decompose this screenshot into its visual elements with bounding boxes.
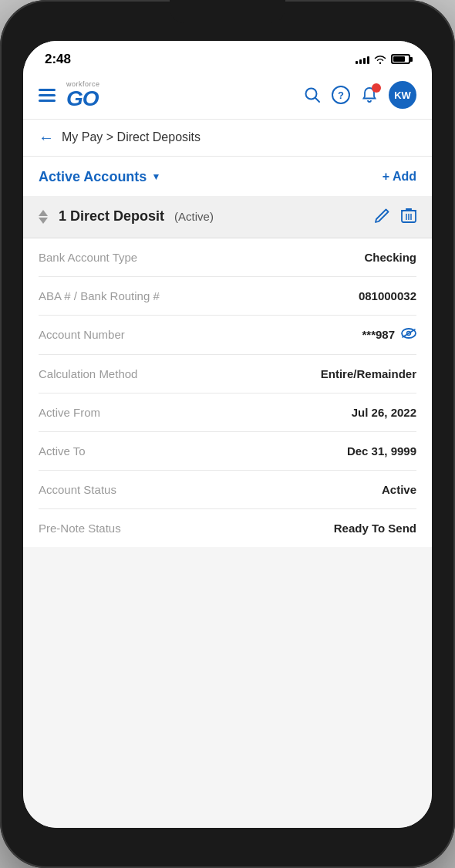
detail-label: Account Status: [39, 483, 116, 496]
app-logo: workforce GO: [66, 81, 100, 110]
content-area: Active Accounts ▼ + Add 1 Direct Deposit: [23, 157, 432, 828]
detail-value: 081000032: [359, 289, 416, 302]
detail-row: Active ToDec 31, 9999: [39, 432, 416, 471]
detail-value: ***987: [362, 328, 416, 342]
sort-down-icon[interactable]: [39, 218, 48, 224]
user-avatar[interactable]: KW: [389, 81, 416, 109]
detail-value-text: Active: [382, 483, 416, 496]
detail-label: Active To: [39, 444, 86, 458]
notch: [170, 0, 285, 23]
active-accounts-label: Active Accounts: [39, 169, 147, 185]
detail-value: Active: [382, 483, 416, 496]
phone-shell: 2:48: [0, 0, 455, 868]
chevron-down-icon: ▼: [151, 171, 160, 182]
phone-screen: 2:48: [23, 41, 432, 828]
top-nav: workforce GO ?: [23, 75, 432, 120]
detail-row: ABA # / Bank Routing #081000032: [39, 277, 416, 316]
sort-up-icon[interactable]: [39, 210, 48, 216]
detail-label: Account Number: [39, 328, 125, 341]
back-button[interactable]: ←: [39, 129, 54, 147]
svg-line-9: [403, 329, 415, 337]
edit-icon: [375, 208, 390, 223]
logo-go-text: GO: [66, 88, 99, 110]
detail-value: Dec 31, 9999: [347, 444, 416, 458]
detail-label: Active From: [39, 406, 100, 419]
detail-row: Account StatusActive: [39, 471, 416, 509]
detail-value-text: Jul 26, 2022: [352, 406, 416, 419]
add-account-label: + Add: [383, 170, 416, 184]
sort-arrows[interactable]: [39, 210, 48, 224]
nav-right: ? KW: [304, 81, 416, 109]
detail-label: Bank Account Type: [39, 251, 137, 264]
help-circle-icon: ?: [332, 86, 350, 104]
active-accounts-dropdown[interactable]: Active Accounts ▼: [39, 169, 160, 185]
breadcrumb-text: My Pay > Direct Deposits: [62, 130, 201, 144]
detail-rows: Bank Account TypeCheckingABA # / Bank Ro…: [23, 238, 432, 547]
deposit-title-text: 1 Direct Deposit: [59, 208, 164, 224]
status-bar: 2:48: [23, 41, 432, 75]
signal-bars-icon: [356, 55, 369, 64]
deposit-status-badge: (Active): [174, 210, 214, 223]
detail-row: Pre-Note StatusReady To Send: [39, 509, 416, 547]
detail-row: Calculation MethodEntire/Remainder: [39, 355, 416, 393]
detail-label: Pre-Note Status: [39, 522, 121, 535]
detail-value: Checking: [364, 251, 416, 264]
deposit-header: 1 Direct Deposit (Active): [23, 196, 432, 238]
search-button[interactable]: [304, 86, 321, 103]
detail-label: ABA # / Bank Routing #: [39, 289, 160, 302]
battery-icon: [391, 54, 410, 64]
accounts-header: Active Accounts ▼ + Add: [23, 157, 432, 196]
detail-value-text: 081000032: [359, 289, 416, 302]
detail-row: Account Number***987: [39, 316, 416, 355]
notification-badge: [372, 83, 381, 93]
detail-row: Bank Account TypeChecking: [39, 238, 416, 277]
help-button[interactable]: ?: [332, 86, 350, 104]
detail-label: Calculation Method: [39, 367, 137, 380]
wifi-icon: [374, 55, 386, 64]
deposit-title: 1 Direct Deposit (Active): [59, 208, 375, 225]
status-time: 2:48: [45, 52, 71, 67]
detail-value-text: Dec 31, 9999: [347, 444, 416, 458]
svg-line-1: [315, 98, 320, 103]
add-account-button[interactable]: + Add: [383, 170, 416, 184]
detail-row: Active FromJul 26, 2022: [39, 393, 416, 432]
eye-icon: [401, 328, 416, 339]
deposit-actions: [375, 207, 416, 227]
detail-value-text: Entire/Remainder: [321, 367, 416, 380]
notifications-button[interactable]: [361, 86, 378, 103]
nav-left: workforce GO: [39, 81, 100, 110]
toggle-visibility-button[interactable]: [401, 328, 416, 342]
search-icon: [304, 86, 321, 103]
trash-icon: [401, 207, 416, 224]
hamburger-menu-icon[interactable]: [39, 89, 56, 102]
delete-deposit-button[interactable]: [401, 207, 416, 227]
status-icons: [356, 54, 410, 64]
breadcrumb: ← My Pay > Direct Deposits: [23, 120, 432, 157]
detail-value-text: ***987: [362, 328, 395, 341]
edit-deposit-button[interactable]: [375, 208, 390, 226]
detail-value: Ready To Send: [334, 522, 416, 535]
detail-value: Entire/Remainder: [321, 367, 416, 380]
detail-value: Jul 26, 2022: [352, 406, 416, 419]
detail-value-text: Ready To Send: [334, 522, 416, 535]
deposit-card: 1 Direct Deposit (Active): [23, 196, 432, 547]
detail-value-text: Checking: [364, 251, 416, 264]
avatar-initials: KW: [394, 90, 411, 101]
